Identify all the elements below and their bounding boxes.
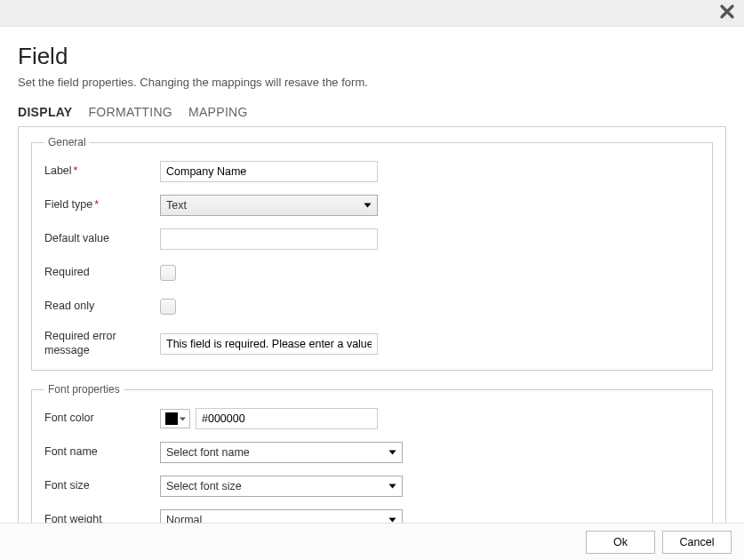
font-name-select[interactable]: Select font name [160,442,403,463]
field-type-select[interactable]: Text [160,195,378,216]
row-field-type: Field type* Text [44,195,700,216]
dialog-footer: Ok Cancel [0,523,744,560]
chevron-down-icon [364,202,372,210]
row-required-error: Required error message [44,330,700,357]
group-general: General Label* Field type* Text [31,136,713,371]
row-read-only: Read only [44,296,700,317]
default-value-label: Default value [44,232,160,246]
group-font-legend: Font properties [44,383,124,396]
font-name-value: Select font name [166,446,250,459]
read-only-label: Read only [44,300,160,314]
color-swatch [165,412,178,425]
row-default-value: Default value [44,228,700,250]
row-label: Label* [44,161,700,182]
label-label-text: Label [44,164,72,177]
chevron-down-icon [388,449,396,457]
page-title: Field [18,43,726,70]
row-font-name: Font name Select font name [44,442,700,463]
tab-display[interactable]: DISPLAY [18,105,73,123]
default-value-input[interactable] [160,228,378,250]
required-label: Required [44,266,160,280]
required-error-input[interactable] [160,333,378,355]
field-type-label-text: Field type [44,198,92,211]
font-color-picker[interactable] [160,409,190,428]
tab-panel: General Label* Field type* Text [18,126,726,560]
close-icon [719,4,735,20]
label-input[interactable] [160,161,378,182]
required-asterisk: * [94,198,99,211]
tab-mapping[interactable]: MAPPING [188,105,248,123]
font-size-value: Select font size [166,480,242,492]
required-asterisk: * [74,164,78,177]
ok-button[interactable]: Ok [586,531,655,554]
read-only-checkbox[interactable] [160,299,176,315]
group-font-properties: Font properties Font color Font name [31,383,713,544]
label-label: Label* [44,164,160,179]
field-type-value: Text [166,199,187,212]
font-size-label: Font size [44,479,160,493]
chevron-down-icon [180,416,186,422]
row-font-size: Font size Select font size [44,476,700,497]
group-general-legend: General [44,136,90,148]
font-color-label: Font color [44,412,160,426]
cancel-button[interactable]: Cancel [662,531,732,554]
chevron-down-icon [388,483,396,491]
font-name-label: Font name [44,445,160,460]
row-required: Required [44,262,700,284]
font-color-input[interactable] [196,408,378,429]
tab-bar: DISPLAY FORMATTING MAPPING [18,105,726,123]
dialog-titlebar [0,0,744,27]
required-checkbox[interactable] [160,265,176,281]
tab-formatting[interactable]: FORMATTING [89,105,173,123]
page-subtitle: Set the field properties. Changing the m… [18,76,726,89]
field-type-label: Field type* [44,198,160,212]
close-button[interactable] [716,2,739,21]
row-font-color: Font color [44,408,700,429]
required-error-label: Required error message [44,330,160,357]
font-size-select[interactable]: Select font size [160,476,403,497]
dialog-content: Field Set the field properties. Changing… [0,27,744,560]
